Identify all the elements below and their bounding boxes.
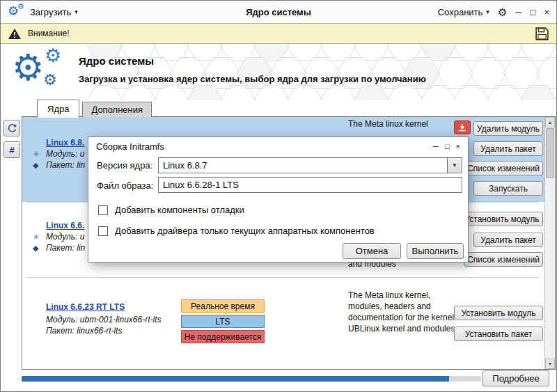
warning-icon xyxy=(8,28,22,40)
unsupported-badge: Не поддерживается xyxy=(181,330,265,343)
kernel-module-text: Модуль: u xyxy=(46,232,84,242)
image-file-input[interactable] xyxy=(158,177,462,193)
tab-bar: Ядра Дополнения xyxy=(37,100,155,117)
scrollbar-thumb[interactable] xyxy=(546,128,554,178)
hexagon-pattern xyxy=(1,44,556,100)
warning-text: Внимание! xyxy=(28,29,70,38)
scroll-up-button[interactable]: ▲ xyxy=(545,117,555,127)
load-menu-button[interactable]: Загрузить ▾ xyxy=(30,7,78,17)
dialog-maximize-button[interactable]: □ xyxy=(445,143,450,150)
kernel-name-link[interactable]: Linux 6.6. xyxy=(46,221,84,230)
refresh-button[interactable] xyxy=(3,120,20,136)
package-icon: ◆ xyxy=(33,244,38,252)
kernel-package-text: Пакет: lin xyxy=(46,160,85,170)
maximize-button[interactable]: □ xyxy=(531,8,536,17)
boot-button[interactable]: Запускать xyxy=(473,181,543,196)
progress-fill xyxy=(22,376,449,382)
kernel-name-link[interactable]: Linux 6.6.23 RT LTS xyxy=(46,302,125,312)
chevron-down-icon: ▾ xyxy=(486,8,489,15)
install-module-button[interactable]: Установить модуль xyxy=(461,212,543,226)
details-button[interactable]: Подробнее xyxy=(483,370,549,386)
kernel-description: The Meta linux kernel, modules, headers … xyxy=(348,290,458,334)
hash-button[interactable]: # xyxy=(3,141,20,158)
checkbox-box[interactable] xyxy=(98,226,108,236)
gear-icon: ⚙ xyxy=(45,47,61,65)
page-subtitle: Загрузка и установка ядер системы, выбор… xyxy=(79,74,426,84)
dropdown-arrow-icon[interactable]: ▼ xyxy=(447,158,462,173)
dialog-minimize-button[interactable]: ─ xyxy=(433,143,439,150)
side-toolbar: # xyxy=(3,120,20,158)
kernel-name-link[interactable]: Linux 6.8. xyxy=(46,138,84,148)
kernel-version-label: Версия ядра: xyxy=(97,160,152,171)
dialog-close-button[interactable]: × xyxy=(456,143,460,150)
install-module-button[interactable]: Установить модуль xyxy=(454,306,543,320)
checkbox-label: Добавить компоненты отладки xyxy=(115,205,244,215)
initramfs-dialog: Сборка Initramfs ─ □ × Версия ядра: Linu… xyxy=(88,136,469,262)
dialog-title: Сборка Initramfs xyxy=(96,141,164,152)
load-menu-label: Загрузить xyxy=(30,7,71,17)
app-gears-icon: ⚙ ⚙ xyxy=(8,3,27,20)
scrollbar[interactable]: ▲ ▼ xyxy=(544,117,555,369)
image-file-label: Файл образа: xyxy=(97,180,153,191)
module-icon: ✳ xyxy=(33,233,39,241)
titlebar: ⚙ ⚙ Загрузить ▾ Ядро системы Сохранить ▾… xyxy=(1,1,556,23)
refresh-icon xyxy=(7,123,17,134)
changelog-button[interactable]: Список изменений xyxy=(464,161,543,175)
install-package-button[interactable]: Установить пакет xyxy=(454,327,543,341)
save-menu-label: Сохранить xyxy=(438,7,483,17)
hash-icon: # xyxy=(9,145,14,155)
debug-components-checkbox[interactable]: Добавить компоненты отладки xyxy=(98,205,244,215)
module-icon: ✳ xyxy=(33,150,39,158)
gear-icon: ⚙ xyxy=(43,72,57,88)
kernel-module-text: Модуль: ubm-001-linux66-rt-lts xyxy=(46,315,162,324)
gear-icon: ⚙ xyxy=(12,49,45,86)
close-button[interactable]: × xyxy=(544,8,549,17)
remove-package-button[interactable]: Удалить пакет xyxy=(473,141,543,156)
kernel-row[interactable]: Linux 6.6.23 RT LTS Модуль: ubm-001-linu… xyxy=(22,277,544,369)
gear-icon: ⚙ xyxy=(17,3,24,10)
current-drivers-checkbox[interactable]: Добавить драйвера только текущих аппарат… xyxy=(98,226,375,236)
kernel-description: The Meta linux kernel xyxy=(348,118,458,130)
settings-gear-icon[interactable]: ⚙ xyxy=(498,7,507,17)
checkbox-label: Добавить драйвера только текущих аппарат… xyxy=(115,226,375,236)
tab-kernels[interactable]: Ядра xyxy=(37,100,79,118)
tab-addons[interactable]: Дополнения xyxy=(82,102,152,117)
page-header: ⚙ ⚙ ⚙ Ядро системы Загрузка и установка … xyxy=(1,44,556,100)
remove-package-button[interactable]: Удалить пакет xyxy=(473,233,543,247)
app-window: ⚙ ⚙ Загрузить ▾ Ядро системы Сохранить ▾… xyxy=(0,0,557,392)
save-menu-button[interactable]: Сохранить ▾ xyxy=(438,7,489,17)
cancel-button[interactable]: Отмена xyxy=(343,243,401,259)
realtime-badge: Реальное время xyxy=(181,299,265,313)
download-icon xyxy=(458,123,466,132)
kernel-package-text: Пакет: linux66-rt-lts xyxy=(46,326,123,336)
remove-module-button[interactable]: Удалить модуль xyxy=(473,121,543,136)
download-button[interactable] xyxy=(454,120,471,134)
warning-bar: Внимание! xyxy=(1,23,556,44)
save-file-icon[interactable] xyxy=(535,26,549,41)
kernel-version-value: Linux 6.8.7 xyxy=(163,160,207,171)
checkbox-box[interactable] xyxy=(98,205,108,215)
progress-bar xyxy=(22,376,481,382)
dialog-titlebar[interactable]: Сборка Initramfs ─ □ × xyxy=(88,137,468,155)
package-icon: ◆ xyxy=(33,162,38,169)
minimize-button[interactable]: ─ xyxy=(515,8,521,17)
chevron-down-icon: ▾ xyxy=(74,8,78,15)
scroll-down-button[interactable]: ▼ xyxy=(545,359,555,369)
kernel-version-select[interactable]: Linux 6.8.7 ▼ xyxy=(158,157,462,173)
changelog-button[interactable]: Список изменений xyxy=(464,252,543,267)
kernel-module-text: Модуль: u xyxy=(46,149,84,159)
lts-badge: LTS xyxy=(181,315,265,328)
kernel-package-text: Пакет: lin xyxy=(46,243,85,253)
kernel-gears-icon: ⚙ ⚙ ⚙ xyxy=(12,47,77,97)
page-title: Ядро системы xyxy=(79,55,154,67)
run-button[interactable]: Выполнить xyxy=(407,243,464,259)
